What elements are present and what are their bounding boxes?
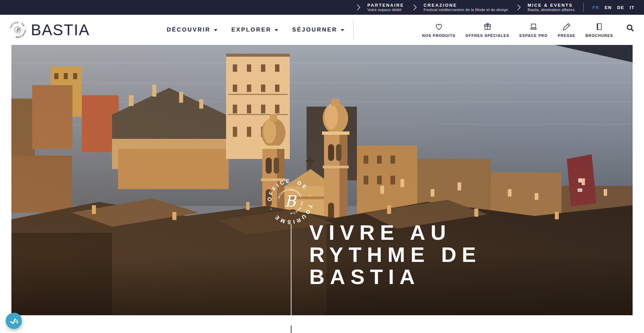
chevron-right-icon	[413, 4, 417, 11]
hero-headline: VIVRE AU RYTHME DE BASTIA	[309, 221, 481, 288]
pencil-icon	[562, 22, 571, 31]
lang-it[interactable]: IT	[630, 5, 635, 10]
logo-wordmark: BASTIA	[31, 21, 90, 39]
hero-headline-line: RYTHME DE	[309, 243, 481, 266]
hero-stamp-logo: OFFICE DE · TOURISME · · INTERCOMMUNAL ·…	[266, 178, 314, 225]
site-logo[interactable]: · OFFICE · DE · TOURISME B BASTIA	[9, 21, 90, 39]
topbar-link-creazione[interactable]: CREAZIONE Festival méditerranéen de la M…	[413, 3, 508, 12]
topbar-link-label: CREAZIONE	[424, 3, 508, 8]
chevron-down-icon	[214, 29, 217, 31]
quick-link-presse[interactable]: PRESSE	[558, 22, 575, 38]
lang-en[interactable]: EN	[605, 5, 612, 10]
quick-link-nos-produits[interactable]: NOS PRODUITS	[422, 22, 455, 38]
nav-item-sejourner[interactable]: SÉJOURNER	[292, 26, 344, 33]
chevron-right-icon	[517, 4, 521, 11]
search-button[interactable]	[626, 23, 635, 34]
lang-de[interactable]: DE	[617, 5, 624, 10]
search-icon	[626, 23, 635, 32]
hero-headline-line: VIVRE AU	[309, 221, 481, 243]
topbar-link-label: PARTENAIRE	[367, 3, 404, 8]
nav-item-label: DÉCOUVRIR	[167, 26, 211, 33]
topbar-link-sublabel: Festival méditerranéen de la Mode et du …	[424, 8, 508, 12]
nav-item-decouvrir[interactable]: DÉCOUVRIR	[167, 26, 217, 33]
topbar-link-sublabel: Bastia, destination affaires	[528, 8, 575, 12]
topbar-link-mice-events[interactable]: MICE & EVENTS Bastia, destination affair…	[517, 3, 575, 12]
topbar-link-sublabel: Votre espace dédié	[367, 8, 404, 12]
nav-item-explorer[interactable]: EXPLORER	[231, 26, 278, 33]
site-header: · OFFICE · DE · TOURISME B BASTIA DÉCOUV…	[0, 15, 644, 45]
lang-fr[interactable]: FR	[592, 5, 599, 10]
main-nav: DÉCOUVRIR EXPLORER SÉJOURNER	[167, 26, 344, 33]
topbar: PARTENAIRE Votre espace dédié CREAZIONE …	[0, 0, 644, 15]
chevron-right-icon	[357, 4, 361, 11]
gift-icon	[483, 22, 492, 31]
topbar-link-partenaire[interactable]: PARTENAIRE Votre espace dédié	[357, 3, 404, 12]
topbar-link-label: MICE & EVENTS	[528, 3, 575, 8]
quick-link-brochures[interactable]: BROCHURES	[585, 22, 613, 38]
header-divider	[353, 20, 354, 39]
hero-vertical-line	[291, 224, 291, 315]
hero-banner: OFFICE DE · TOURISME · · INTERCOMMUNAL ·…	[11, 45, 633, 315]
brochure-icon	[595, 22, 604, 31]
nav-item-label: SÉJOURNER	[292, 26, 337, 33]
consent-check-icon	[7, 314, 20, 328]
quick-link-label: OFFRES SPÉCIALES	[466, 34, 509, 38]
laptop-icon	[529, 22, 538, 31]
chevron-down-icon	[341, 29, 344, 31]
quick-link-label: BROCHURES	[585, 34, 613, 38]
svg-text:B: B	[16, 27, 20, 33]
hero-headline-line: BASTIA	[309, 266, 481, 288]
svg-text:B: B	[284, 192, 297, 210]
chevron-down-icon	[275, 29, 278, 31]
quick-link-offres-speciales[interactable]: OFFRES SPÉCIALES	[466, 22, 509, 38]
nav-item-label: EXPLORER	[231, 26, 271, 33]
language-switcher: FR EN DE IT	[592, 5, 635, 10]
quick-link-label: PRESSE	[558, 34, 575, 38]
scroll-indicator-line	[291, 326, 291, 333]
topbar-divider	[583, 3, 584, 12]
quick-links: NOS PRODUITS OFFRES SPÉCIALES ESPACE PRO	[422, 22, 613, 38]
quick-link-label: NOS PRODUITS	[422, 34, 455, 38]
quick-link-espace-pro[interactable]: ESPACE PRO	[520, 22, 548, 38]
quick-link-label: ESPACE PRO	[520, 34, 548, 38]
heart-icon	[434, 22, 443, 31]
logo-stamp-icon: · OFFICE · DE · TOURISME B	[9, 21, 27, 39]
